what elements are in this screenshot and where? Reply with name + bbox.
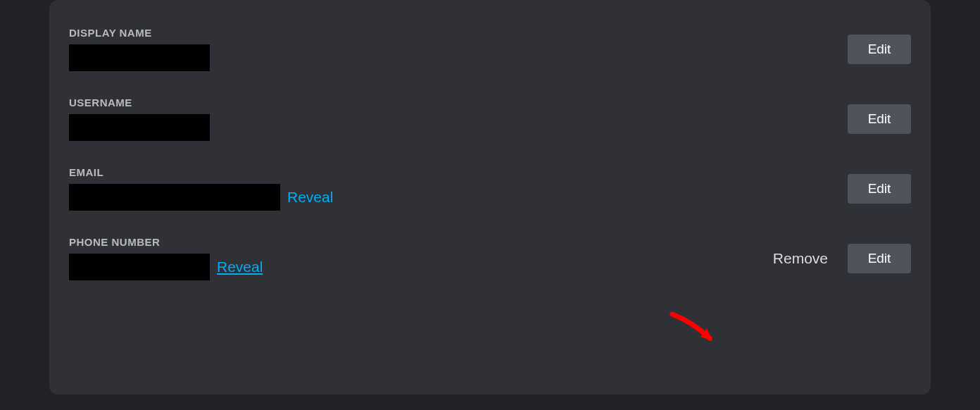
display-name-left: DISPLAY NAME bbox=[69, 27, 210, 71]
edit-username-button[interactable]: Edit bbox=[848, 104, 911, 134]
email-row: EMAIL Reveal Edit bbox=[69, 154, 911, 223]
reveal-phone-link[interactable]: Reveal bbox=[217, 259, 263, 275]
username-right: Edit bbox=[848, 104, 911, 134]
phone-label: PHONE NUMBER bbox=[69, 236, 263, 248]
phone-left: PHONE NUMBER Reveal bbox=[69, 236, 263, 280]
username-row: USERNAME Edit bbox=[69, 84, 911, 154]
edit-display-name-button[interactable]: Edit bbox=[848, 35, 911, 64]
email-left: EMAIL Reveal bbox=[69, 166, 333, 211]
display-name-row: DISPLAY NAME Edit bbox=[69, 14, 911, 84]
phone-value-redacted bbox=[69, 254, 210, 280]
phone-value-row: Reveal bbox=[69, 254, 263, 280]
display-name-label: DISPLAY NAME bbox=[69, 27, 210, 39]
phone-right: Remove Edit bbox=[773, 244, 911, 273]
username-label: USERNAME bbox=[69, 97, 210, 108]
username-value-redacted bbox=[69, 114, 210, 141]
email-label: EMAIL bbox=[69, 166, 333, 178]
phone-row: PHONE NUMBER Reveal Remove Edit bbox=[69, 223, 911, 293]
edit-email-button[interactable]: Edit bbox=[848, 174, 911, 204]
remove-phone-link[interactable]: Remove bbox=[773, 250, 828, 267]
display-name-right: Edit bbox=[848, 35, 911, 64]
email-value-row: Reveal bbox=[69, 184, 333, 211]
email-value-redacted bbox=[69, 184, 280, 211]
edit-phone-button[interactable]: Edit bbox=[848, 244, 911, 273]
username-left: USERNAME bbox=[69, 97, 210, 141]
account-settings-panel: DISPLAY NAME Edit USERNAME Edit EMAIL Re… bbox=[49, 0, 931, 395]
display-name-value-redacted bbox=[69, 44, 210, 71]
email-right: Edit bbox=[848, 174, 911, 204]
reveal-email-link[interactable]: Reveal bbox=[287, 189, 333, 206]
display-name-value-row bbox=[69, 44, 210, 71]
username-value-row bbox=[69, 114, 210, 141]
